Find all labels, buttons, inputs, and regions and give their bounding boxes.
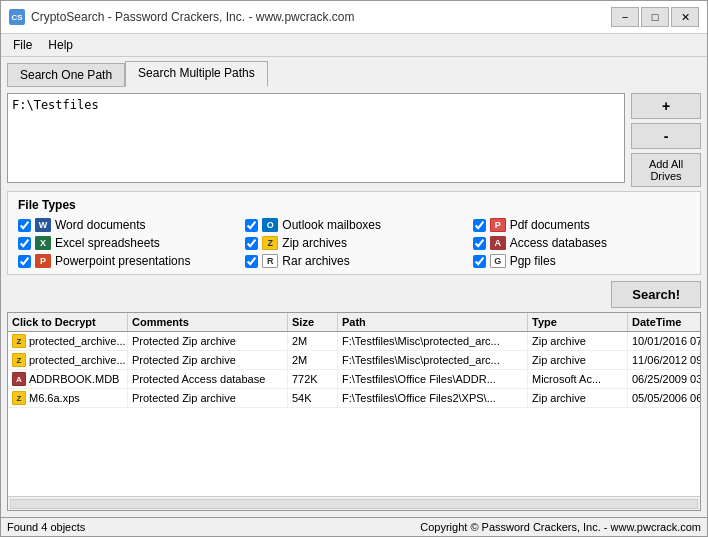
excel-icon: X — [35, 236, 51, 250]
checkbox-access[interactable] — [473, 237, 486, 250]
file-type-excel: X Excel spreadsheets — [18, 236, 235, 250]
col-header-path[interactable]: Path — [338, 313, 528, 331]
menu-help[interactable]: Help — [40, 36, 81, 54]
results-body: Z protected_archive... Protected Zip arc… — [8, 332, 700, 496]
paths-section: F:\Testfiles + - Add All Drives — [7, 93, 701, 187]
cell-size-3: 54K — [288, 389, 338, 407]
checkbox-pgp[interactable] — [473, 255, 486, 268]
word-icon: W — [35, 218, 51, 232]
remove-path-button[interactable]: - — [631, 123, 701, 149]
cell-type-0: Zip archive — [528, 332, 628, 350]
cell-comments-2: Protected Access database — [128, 370, 288, 388]
word-label: Word documents — [55, 218, 146, 232]
cell-name-1: Z protected_archive... — [8, 351, 128, 369]
search-button[interactable]: Search! — [611, 281, 701, 308]
pgp-icon: G — [490, 254, 506, 268]
file-type-outlook: O Outlook mailboxes — [245, 218, 462, 232]
window-title: CryptoSearch - Password Crackers, Inc. -… — [31, 10, 605, 24]
table-row[interactable]: Z protected_archive... Protected Zip arc… — [8, 332, 700, 351]
checkbox-ppt[interactable] — [18, 255, 31, 268]
hscroll-track[interactable] — [10, 499, 698, 509]
cell-path-0: F:\Testfiles\Misc\protected_arc... — [338, 332, 528, 350]
app-icon: CS — [9, 9, 25, 25]
cell-datetime-1: 11/06/2012 09:52:30... — [628, 351, 700, 369]
paths-input[interactable]: F:\Testfiles — [7, 93, 625, 183]
pdf-icon: P — [490, 218, 506, 232]
status-right: Copyright © Password Crackers, Inc. - ww… — [420, 521, 701, 533]
zip-file-icon: Z — [12, 391, 26, 405]
checkbox-word[interactable] — [18, 219, 31, 232]
file-type-pdf: P Pdf documents — [473, 218, 690, 232]
cell-path-1: F:\Testfiles\Misc\protected_arc... — [338, 351, 528, 369]
file-types-section: File Types W Word documents O Outlook ma… — [7, 191, 701, 275]
tab-bar: Search One Path Search Multiple Paths — [1, 57, 707, 87]
pgp-label: Pgp files — [510, 254, 556, 268]
file-type-ppt: P Powerpoint presentations — [18, 254, 235, 268]
cell-datetime-0: 10/01/2016 07:22:20... — [628, 332, 700, 350]
rar-label: Rar archives — [282, 254, 349, 268]
excel-label: Excel spreadsheets — [55, 236, 160, 250]
checkbox-outlook[interactable] — [245, 219, 258, 232]
add-all-drives-button[interactable]: Add All Drives — [631, 153, 701, 187]
col-header-datetime[interactable]: DateTime — [628, 313, 700, 331]
file-type-pgp: G Pgp files — [473, 254, 690, 268]
tab-search-multiple-paths[interactable]: Search Multiple Paths — [125, 61, 268, 87]
col-header-size[interactable]: Size — [288, 313, 338, 331]
table-row[interactable]: A ADDRBOOK.MDB Protected Access database… — [8, 370, 700, 389]
ppt-icon: P — [35, 254, 51, 268]
menu-file[interactable]: File — [5, 36, 40, 54]
cell-size-0: 2M — [288, 332, 338, 350]
file-type-access: A Access databases — [473, 236, 690, 250]
menu-bar: File Help — [1, 34, 707, 57]
zip-icon: Z — [262, 236, 278, 250]
main-content: F:\Testfiles + - Add All Drives File Typ… — [1, 87, 707, 517]
rar-icon: R — [262, 254, 278, 268]
cell-path-3: F:\Testfiles\Office Files2\XPS\... — [338, 389, 528, 407]
status-bar: Found 4 objects Copyright © Password Cra… — [1, 517, 707, 536]
col-header-comments[interactable]: Comments — [128, 313, 288, 331]
paths-buttons: + - Add All Drives — [631, 93, 701, 187]
cell-name-0: Z protected_archive... — [8, 332, 128, 350]
cell-comments-1: Protected Zip archive — [128, 351, 288, 369]
table-row[interactable]: Z M6.6a.xps Protected Zip archive 54K F:… — [8, 389, 700, 408]
close-button[interactable]: ✕ — [671, 7, 699, 27]
col-header-name[interactable]: Click to Decrypt — [8, 313, 128, 331]
checkbox-zip[interactable] — [245, 237, 258, 250]
outlook-label: Outlook mailboxes — [282, 218, 381, 232]
cell-datetime-2: 06/25/2009 03:59:00... — [628, 370, 700, 388]
cell-comments-3: Protected Zip archive — [128, 389, 288, 407]
minimize-button[interactable]: − — [611, 7, 639, 27]
file-type-zip: Z Zip archives — [245, 236, 462, 250]
file-type-word: W Word documents — [18, 218, 235, 232]
svg-text:CS: CS — [11, 13, 23, 22]
tab-search-one-path[interactable]: Search One Path — [7, 63, 125, 87]
results-section: Click to Decrypt Comments Size Path Type… — [7, 312, 701, 511]
cell-datetime-3: 05/05/2006 06:47:02... — [628, 389, 700, 407]
zip-file-icon: Z — [12, 353, 26, 367]
access-icon: A — [490, 236, 506, 250]
zip-label: Zip archives — [282, 236, 347, 250]
access-label: Access databases — [510, 236, 607, 250]
table-row[interactable]: Z protected_archive... Protected Zip arc… — [8, 351, 700, 370]
add-path-button[interactable]: + — [631, 93, 701, 119]
cell-name-3: Z M6.6a.xps — [8, 389, 128, 407]
mdb-file-icon: A — [12, 372, 26, 386]
checkbox-pdf[interactable] — [473, 219, 486, 232]
zip-file-icon: Z — [12, 334, 26, 348]
maximize-button[interactable]: □ — [641, 7, 669, 27]
main-window: CS CryptoSearch - Password Crackers, Inc… — [0, 0, 708, 537]
horizontal-scrollbar[interactable] — [8, 496, 700, 510]
cell-size-1: 2M — [288, 351, 338, 369]
pdf-label: Pdf documents — [510, 218, 590, 232]
col-header-type[interactable]: Type — [528, 313, 628, 331]
cell-comments-0: Protected Zip archive — [128, 332, 288, 350]
ppt-label: Powerpoint presentations — [55, 254, 190, 268]
outlook-icon: O — [262, 218, 278, 232]
checkbox-excel[interactable] — [18, 237, 31, 250]
search-btn-row: Search! — [7, 281, 701, 308]
cell-type-3: Zip archive — [528, 389, 628, 407]
cell-type-2: Microsoft Ac... — [528, 370, 628, 388]
checkbox-rar[interactable] — [245, 255, 258, 268]
cell-path-2: F:\Testfiles\Office Files\ADDR... — [338, 370, 528, 388]
file-types-title: File Types — [18, 198, 690, 212]
